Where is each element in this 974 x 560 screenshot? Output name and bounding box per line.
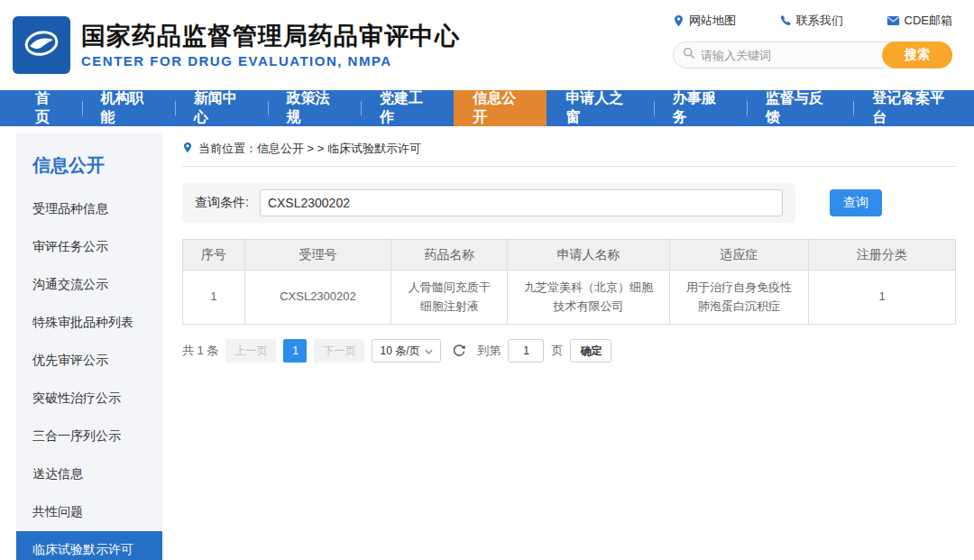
mailbox-link[interactable]: CDE邮箱 — [887, 13, 952, 29]
header-right: 网站地图 联系我们 CDE邮箱 搜索 — [673, 13, 952, 69]
table-row: 1 CXSL2300202 人骨髓间充质干细胞注射液 九芝堂美科（北京）细胞技术… — [183, 271, 956, 325]
search-input[interactable] — [701, 49, 876, 62]
cell-acceptance-no: CXSL2300202 — [244, 271, 391, 325]
breadcrumb-text: 当前位置：信息公开 > > 临床试验默示许可 — [198, 141, 421, 157]
next-page-button[interactable]: 下一页 — [314, 339, 364, 363]
cell-drug-name: 人骨髓间充质干细胞注射液 — [391, 271, 508, 325]
page-size-select[interactable]: 10 条/页 — [372, 339, 441, 363]
header: 国家药品监督管理局药品审评中心 CENTER FOR DRUG EVALUATI… — [0, 0, 974, 90]
chevron-down-icon — [425, 344, 433, 357]
contact-label: 联系我们 — [796, 13, 843, 29]
phone-icon — [779, 14, 792, 27]
search-area: 搜索 — [673, 41, 952, 69]
cell-registration-class: 1 — [809, 271, 956, 325]
nav-item-registration-platform[interactable]: 登记备案平台 — [853, 90, 974, 126]
cde-logo-icon — [21, 23, 62, 68]
main-nav: 首页 机构职能 新闻中心 政策法规 党建工作 信息公开 申请人之窗 办事服务 监… — [0, 90, 974, 126]
cde-logo[interactable] — [13, 16, 70, 74]
table-header-indication: 适应症 — [669, 240, 808, 271]
nav-item-supervision[interactable]: 监督与反馈 — [747, 90, 853, 126]
nav-item-functions[interactable]: 机构职能 — [82, 90, 175, 126]
nav-item-home[interactable]: 首页 — [16, 90, 82, 126]
table-header-applicant: 申请人名称 — [507, 240, 669, 271]
envelope-icon — [887, 15, 900, 26]
sidebar-item-special-approval[interactable]: 特殊审批品种列表 — [16, 304, 162, 342]
query-label: 查询条件: — [195, 195, 249, 211]
cell-applicant: 九芝堂美科（北京）细胞技术有限公司 — [507, 271, 669, 325]
brand-block: 国家药品监督管理局药品审评中心 CENTER FOR DRUG EVALUATI… — [81, 22, 460, 69]
nav-item-applicant-window[interactable]: 申请人之窗 — [547, 90, 653, 126]
sidebar-item-three-in-one[interactable]: 三合一序列公示 — [16, 418, 162, 455]
sidebar-item-breakthrough-therapy[interactable]: 突破性治疗公示 — [16, 380, 162, 418]
sidebar-item-communication[interactable]: 沟通交流公示 — [16, 266, 162, 304]
search-icon — [683, 47, 695, 63]
nav-item-news[interactable]: 新闻中心 — [175, 90, 268, 126]
prev-page-button[interactable]: 上一页 — [225, 339, 276, 363]
goto-suffix: 页 — [551, 343, 563, 359]
confirm-button[interactable]: 确定 — [570, 339, 611, 363]
table-header-acceptance-no: 受理号 — [244, 240, 391, 271]
sidebar-title: 信息公开 — [16, 133, 162, 190]
sidebar-item-common-issues[interactable]: 共性问题 — [16, 493, 162, 531]
page-size-value: 10 条/页 — [380, 344, 419, 359]
sidebar: 信息公开 受理品种信息 审评任务公示 沟通交流公示 特殊审批品种列表 优先审评公… — [16, 133, 162, 560]
table-header-registration-class: 注册分类 — [809, 240, 956, 271]
sitemap-label: 网站地图 — [689, 13, 736, 29]
results-table: 序号 受理号 药品名称 申请人名称 适应症 注册分类 1 CXSL2300202… — [182, 239, 956, 325]
contact-link[interactable]: 联系我们 — [779, 13, 843, 29]
site-title: 国家药品监督管理局药品审评中心 — [81, 22, 460, 52]
nav-item-party[interactable]: 党建工作 — [361, 90, 454, 126]
sidebar-item-priority-review[interactable]: 优先审评公示 — [16, 342, 162, 380]
sidebar-item-clinical-trial-implied-license[interactable]: 临床试验默示许可 — [16, 531, 162, 560]
content: 信息公开 受理品种信息 审评任务公示 沟通交流公示 特殊审批品种列表 优先审评公… — [0, 126, 974, 560]
refresh-icon[interactable] — [450, 342, 468, 360]
sidebar-item-delivery-info[interactable]: 送达信息 — [16, 455, 162, 493]
breadcrumb: 当前位置：信息公开 > > 临床试验默示许可 — [182, 141, 956, 167]
mailbox-label: CDE邮箱 — [905, 13, 952, 29]
sidebar-item-review-tasks[interactable]: 审评任务公示 — [16, 228, 162, 266]
page-number-button[interactable]: 1 — [283, 339, 307, 363]
query-input[interactable] — [260, 189, 783, 216]
goto-prefix: 到第 — [477, 343, 501, 359]
cell-indication: 用于治疗自身免疫性肺泡蛋白沉积症 — [669, 271, 808, 325]
sidebar-item-accepted-varieties[interactable]: 受理品种信息 — [16, 190, 162, 228]
query-button[interactable]: 查询 — [830, 189, 882, 216]
site-subtitle: CENTER FOR DRUG EVALUATION, NMPA — [81, 53, 460, 69]
top-links: 网站地图 联系我们 CDE邮箱 — [673, 13, 952, 29]
query-bar: 查询条件: — [182, 183, 795, 223]
table-header-row: 序号 受理号 药品名称 申请人名称 适应症 注册分类 — [183, 240, 956, 271]
nav-item-info-disclosure[interactable]: 信息公开 — [454, 90, 547, 126]
pagination-total: 共 1 条 — [182, 343, 218, 359]
sitemap-link[interactable]: 网站地图 — [673, 13, 736, 29]
query-row: 查询条件: 查询 — [182, 183, 956, 223]
search-button[interactable]: 搜索 — [882, 41, 952, 69]
pagination: 共 1 条 上一页 1 下一页 10 条/页 到第 页 确定 — [182, 339, 956, 363]
location-pin-icon — [182, 142, 193, 157]
table-header-drug-name: 药品名称 — [391, 240, 508, 271]
location-pin-icon — [673, 14, 685, 28]
cell-seq: 1 — [183, 271, 245, 325]
table-header-seq: 序号 — [183, 240, 245, 271]
main-panel: 当前位置：信息公开 > > 临床试验默示许可 查询条件: 查询 序号 受理号 药… — [162, 133, 956, 560]
nav-item-services[interactable]: 办事服务 — [654, 90, 747, 126]
nav-item-policies[interactable]: 政策法规 — [268, 90, 361, 126]
goto-page-input[interactable] — [508, 339, 544, 363]
